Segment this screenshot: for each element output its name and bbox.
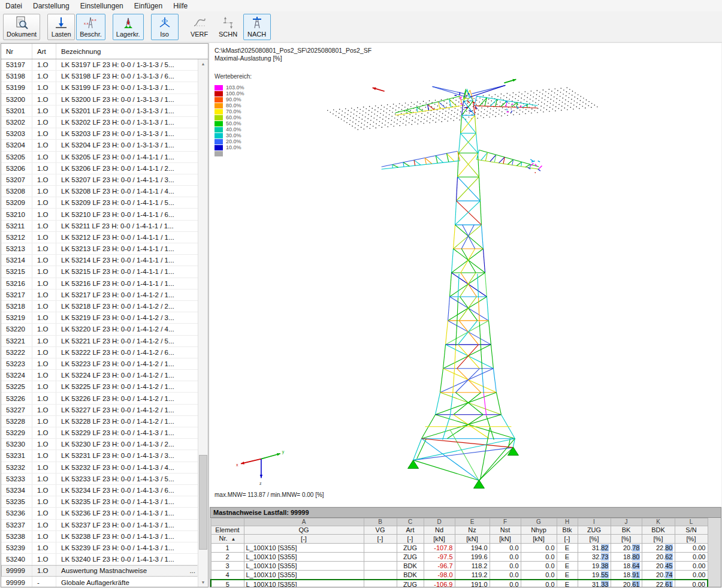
- loadcase-row[interactable]: 532071.OLK 53207 LF 23 H: 0-0 / 1-4-1-1 …: [1, 174, 198, 186]
- column-header-nd[interactable]: Nd: [424, 526, 455, 535]
- tower-3d-view[interactable]: xyz: [210, 43, 721, 506]
- column-header-bk[interactable]: BK: [611, 526, 642, 535]
- menu-einfgen[interactable]: Einfügen: [129, 1, 168, 11]
- loadcase-row[interactable]: 532181.OLK 53218 LF 23 H: 0-0 / 1-4-1-2 …: [1, 301, 198, 312]
- menu-hilfe[interactable]: Hilfe: [168, 1, 193, 11]
- loadcase-bezeichnung: Auswertung Mastnachweise...: [56, 565, 198, 576]
- loadcase-row[interactable]: 532021.OLK 53202 LF 23 H: 0-0 / 1-3-1-3 …: [1, 117, 198, 128]
- loadcase-row[interactable]: 532371.OLK 53237 LF 23 H: 0-0 / 1-4-1-3 …: [1, 520, 198, 531]
- loadcase-row[interactable]: 532051.OLK 53205 LF 23 H: 0-0 / 1-4-1-1 …: [1, 152, 198, 163]
- legend-color-swatch: [215, 85, 223, 91]
- toolbar-button-iso[interactable]: Iso: [151, 14, 179, 40]
- menu-einstellungen[interactable]: Einstellungen: [75, 1, 129, 11]
- loadcase-row[interactable]: 532331.OLK 53233 LF 23 H: 0-0 / 1-4-1-3 …: [1, 474, 198, 485]
- loadcase-bezeichnung: LK 53240 LF 23 H: 0-0 / 1-4-1-3 / 1...: [56, 554, 198, 565]
- loadcase-row[interactable]: 531971.OLK 53197 LF 23 H: 0-0 / 1-3-1-3 …: [1, 59, 198, 71]
- loadcase-row[interactable]: 532101.OLK 53210 LF 23 H: 0-0 / 1-4-1-1 …: [1, 209, 198, 220]
- loadcase-row[interactable]: 532081.OLK 53208 LF 23 H: 0-0 / 1-4-1-1 …: [1, 186, 198, 197]
- loadcase-row[interactable]: 99999-Globale Auflagerkräfte: [1, 577, 198, 587]
- loadcase-row[interactable]: 532341.OLK 53234 LF 23 H: 0-0 / 1-4-1-3 …: [1, 485, 198, 496]
- loadcase-row[interactable]: 532221.OLK 53222 LF 23 H: 0-0 / 1-4-1-2 …: [1, 347, 198, 358]
- loadcase-row[interactable]: 532141.OLK 53214 LF 23 H: 0-0 / 1-4-1-1 …: [1, 255, 198, 266]
- loadcase-row[interactable]: 532001.OLK 53200 LF 23 H: 0-0 / 1-3-1-3 …: [1, 94, 198, 105]
- row-ellipsis-button[interactable]: ...: [189, 567, 198, 574]
- results-row[interactable]: 5L_100X10 [S355]ZUG-106.9191.00.00.0E31.…: [211, 580, 708, 587]
- column-header-element[interactable]: Element: [211, 526, 244, 535]
- cell-btk: E: [557, 553, 578, 562]
- loadcase-row[interactable]: 532251.OLK 53225 LF 23 H: 0-0 / 1-4-1-2 …: [1, 381, 198, 393]
- column-header-nst[interactable]: Nst: [490, 526, 521, 535]
- loadcase-row[interactable]: 532261.OLK 53226 LF 23 H: 0-0 / 1-4-1-2 …: [1, 393, 198, 404]
- loadcase-row[interactable]: 999991.OAuswertung Mastnachweise...: [1, 565, 198, 577]
- menu-darstellung[interactable]: Darstellung: [28, 1, 75, 11]
- loadcase-nr: 53233: [1, 474, 32, 484]
- sort-ascending-icon[interactable]: ▲: [231, 536, 236, 542]
- column-header-sn[interactable]: S/N: [675, 526, 708, 535]
- legend-entry: 40.0%: [215, 126, 252, 132]
- loadcase-row[interactable]: 532281.OLK 53228 LF 23 H: 0-0 / 1-4-1-2 …: [1, 416, 198, 427]
- results-row[interactable]: 1L_100X10 [S355]ZUG-107.8194.00.00.0E31.…: [211, 544, 708, 553]
- scroll-down-icon[interactable]: ▼: [198, 578, 208, 587]
- loadcase-row[interactable]: 532381.OLK 53238 LF 23 H: 0-0 / 1-4-1-3 …: [1, 531, 198, 542]
- column-header-art[interactable]: Art: [397, 526, 424, 535]
- scrollbar-thumb[interactable]: [199, 455, 207, 550]
- loadcase-row[interactable]: 532391.OLK 53239 LF 23 H: 0-0 / 1-4-1-3 …: [1, 542, 198, 554]
- loadcase-row[interactable]: 532351.OLK 53235 LF 23 H: 0-0 / 1-4-1-3 …: [1, 496, 198, 508]
- column-header-vg[interactable]: VG: [364, 526, 397, 535]
- results-row[interactable]: 2L_100X10 [S355]ZUG-97.5199.60.00.0E32.7…: [211, 553, 708, 562]
- menu-datei[interactable]: Datei: [0, 1, 28, 11]
- toolbar-button-lasten[interactable]: Lasten: [47, 14, 75, 40]
- loadcase-row[interactable]: 532031.OLK 53203 LF 23 H: 0-0 / 1-3-1-3 …: [1, 128, 198, 140]
- legend-entry: 90.0%: [215, 97, 252, 102]
- results-row[interactable]: 3L_100X10 [S355]BDK-96.7118.20.00.0E19.3…: [211, 562, 708, 571]
- column-header-zug[interactable]: ZUG: [578, 526, 611, 535]
- loadcase-row[interactable]: 532091.OLK 53209 LF 23 H: 0-0 / 1-4-1-1 …: [1, 197, 198, 209]
- scroll-up-icon[interactable]: ▲: [198, 59, 208, 68]
- loadcase-row[interactable]: 532211.OLK 53221 LF 23 H: 0-0 / 1-4-1-2 …: [1, 336, 198, 347]
- loadcase-row[interactable]: 531981.OLK 53198 LF 23 H: 0-0 / 1-3-1-3 …: [1, 71, 198, 82]
- loadcase-nr: 53238: [1, 531, 32, 542]
- toolbar-button-dokument[interactable]: Dokument: [3, 14, 40, 40]
- loadcase-text: LK 53224 LF 23 H: 0-0 / 1-4-1-2 / 1...: [61, 372, 174, 379]
- toolbar-button-verf[interactable]: VERF: [186, 14, 213, 40]
- column-header-nz[interactable]: Nz: [455, 526, 490, 535]
- loadcase-row[interactable]: 532191.OLK 53219 LF 23 H: 0-0 / 1-4-1-2 …: [1, 312, 198, 324]
- loadcase-scrollbar[interactable]: ▲ ▼: [198, 59, 208, 587]
- toolbar-button-lagerkr[interactable]: Lagerkr.: [113, 14, 144, 40]
- loadcase-row[interactable]: 532161.OLK 53216 LF 23 H: 0-0 / 1-4-1-1 …: [1, 278, 198, 290]
- loadcase-column-header-art[interactable]: Art: [32, 44, 56, 59]
- loadcase-row[interactable]: 532231.OLK 53223 LF 23 H: 0-0 / 1-4-1-2 …: [1, 358, 198, 370]
- loadcase-row[interactable]: 532121.OLK 53212 LF 23 H: 0-0 / 1-4-1-1 …: [1, 232, 198, 243]
- loadcase-row[interactable]: 532131.OLK 53213 LF 23 H: 0-0 / 1-4-1-1 …: [1, 243, 198, 255]
- loadcase-row[interactable]: 532241.OLK 53224 LF 23 H: 0-0 / 1-4-1-2 …: [1, 370, 198, 381]
- loadcase-row[interactable]: 532271.OLK 53227 LF 23 H: 0-0 / 1-4-1-2 …: [1, 405, 198, 416]
- loadcase-row[interactable]: 532061.OLK 53206 LF 23 H: 0-0 / 1-4-1-1 …: [1, 163, 198, 174]
- loadcase-row[interactable]: 532151.OLK 53215 LF 23 H: 0-0 / 1-4-1-1 …: [1, 266, 198, 278]
- loadcase-row[interactable]: 532301.OLK 53230 LF 23 H: 0-0 / 1-4-1-3 …: [1, 439, 198, 450]
- toolbar-button-schn[interactable]: SCHN: [215, 14, 242, 40]
- loadcase-row[interactable]: 532011.OLK 53201 LF 23 H: 0-0 / 1-3-1-3 …: [1, 105, 198, 117]
- loadcase-column-header-nr[interactable]: Nr: [1, 44, 32, 59]
- column-header-btk[interactable]: Btk: [557, 526, 578, 535]
- loadcase-row[interactable]: 532171.OLK 53217 LF 23 H: 0-0 / 1-4-1-2 …: [1, 290, 198, 301]
- loadcase-row[interactable]: 532311.OLK 53231 LF 23 H: 0-0 / 1-4-1-3 …: [1, 450, 198, 462]
- design-check-icon: [250, 16, 264, 30]
- loadcase-nr: 53231: [1, 450, 32, 461]
- toolbar-button-nach[interactable]: NACH: [243, 14, 271, 40]
- loadcase-column-header-bezeichnung[interactable]: Bezeichnung: [56, 44, 208, 59]
- column-header-nhyp[interactable]: Nhyp: [521, 526, 557, 535]
- loadcase-row[interactable]: 532201.OLK 53220 LF 23 H: 0-0 / 1-4-1-2 …: [1, 324, 198, 335]
- loadcase-row[interactable]: 532401.OLK 53240 LF 23 H: 0-0 / 1-4-1-3 …: [1, 554, 198, 565]
- toolbar-button-beschr[interactable]: x.xx.xBeschr.: [76, 14, 105, 40]
- column-header-bdk[interactable]: BDK: [642, 526, 675, 535]
- loadcase-row[interactable]: 532041.OLK 53204 LF 23 H: 0-0 / 1-3-1-3 …: [1, 140, 198, 151]
- loadcase-row[interactable]: 531991.OLK 53199 LF 23 H: 0-0 / 1-3-1-3 …: [1, 82, 198, 94]
- loadcase-art: 1.O: [32, 508, 56, 518]
- loadcase-row[interactable]: 532291.OLK 53229 LF 23 H: 0-0 / 1-4-1-3 …: [1, 427, 198, 439]
- results-row[interactable]: 4L_100X10 [S355]BDK-98.0119.20.00.0E19.5…: [211, 571, 708, 580]
- loadcase-row[interactable]: 532321.OLK 53232 LF 23 H: 0-0 / 1-4-1-3 …: [1, 462, 198, 474]
- loadcase-row[interactable]: 532111.OLK 53211 LF 23 H: 0-0 / 1-4-1-1 …: [1, 221, 198, 232]
- loadcase-row[interactable]: 532361.OLK 53236 LF 23 H: 0-0 / 1-4-1-3 …: [1, 508, 198, 519]
- column-header-qg[interactable]: QG: [244, 526, 364, 535]
- loadcase-art: 1.O: [32, 565, 56, 576]
